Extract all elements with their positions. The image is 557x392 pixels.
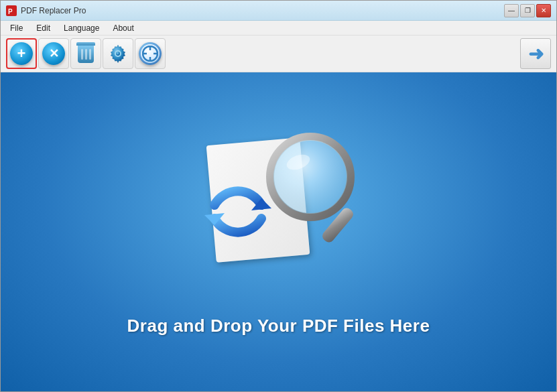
- svg-text:P: P: [8, 8, 13, 15]
- add-button[interactable]: +: [6, 38, 37, 69]
- gear-icon: [107, 42, 129, 65]
- app-icon: P: [6, 5, 17, 16]
- main-content[interactable]: Drag and Drop Your PDF Files Here: [1, 72, 556, 391]
- add-icon: +: [10, 42, 33, 65]
- menu-bar: File Edit Language About: [1, 21, 556, 36]
- menu-language[interactable]: Language: [57, 22, 106, 34]
- menu-file[interactable]: File: [3, 22, 29, 34]
- menu-about[interactable]: About: [106, 22, 140, 34]
- cancel-button[interactable]: ✕: [38, 38, 69, 69]
- main-window: P PDF Replacer Pro — ❐ ✕ File Edit Langu…: [0, 0, 557, 392]
- app-logo: [184, 128, 372, 302]
- next-button[interactable]: ➜: [520, 38, 551, 69]
- settings-button[interactable]: [103, 38, 133, 69]
- help-icon: [139, 42, 162, 65]
- drop-text: Drag and Drop Your PDF Files Here: [127, 316, 430, 336]
- close-button[interactable]: ✕: [536, 4, 551, 17]
- title-bar-left: P PDF Replacer Pro: [6, 5, 86, 16]
- close-icon: ✕: [42, 42, 65, 65]
- magnifier-icon: [265, 131, 372, 249]
- next-arrow-icon: ➜: [528, 43, 544, 65]
- toolbar: + ✕: [1, 36, 556, 72]
- help-button[interactable]: [135, 38, 166, 69]
- window-controls: — ❐ ✕: [504, 4, 551, 17]
- drop-zone[interactable]: Drag and Drop Your PDF Files Here: [127, 128, 430, 336]
- svg-point-3: [116, 52, 120, 56]
- menu-edit[interactable]: Edit: [29, 22, 57, 34]
- restore-button[interactable]: ❐: [520, 4, 535, 17]
- trash-icon: [75, 42, 97, 65]
- delete-button[interactable]: [70, 38, 101, 69]
- window-title: PDF Replacer Pro: [21, 6, 86, 15]
- title-bar: P PDF Replacer Pro — ❐ ✕: [1, 1, 556, 21]
- minimize-button[interactable]: —: [504, 4, 519, 17]
- svg-point-13: [273, 140, 347, 214]
